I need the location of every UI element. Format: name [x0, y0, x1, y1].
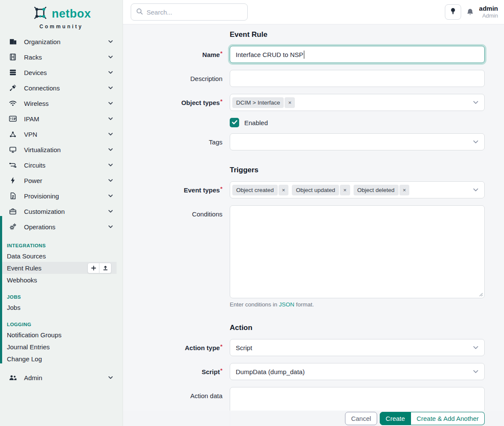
sidebar-item-jobs[interactable]: Jobs [0, 301, 117, 313]
resize-handle-icon[interactable] [479, 293, 483, 297]
required-asterisk: * [220, 50, 222, 57]
rack-icon [9, 54, 17, 60]
chevron-down-icon [108, 116, 113, 121]
description-input[interactable] [230, 70, 485, 87]
search-box[interactable] [131, 3, 248, 21]
create-add-another-button[interactable]: Create & Add Another [411, 412, 485, 425]
text-cursor [304, 51, 305, 59]
remove-tag-icon[interactable]: × [399, 185, 410, 195]
selected-option-tag: DCIM > Interface × [232, 97, 295, 108]
brand-subtitle: Community [0, 24, 123, 30]
form-row-conditions: Conditions [123, 205, 504, 298]
chevron-down-icon [108, 209, 113, 214]
sidebar-item-change-log[interactable]: Change Log [0, 353, 117, 365]
sidebar-item-power[interactable]: Power [0, 173, 123, 188]
chevron-down-icon [108, 101, 113, 106]
bell-icon[interactable] [467, 9, 474, 16]
enabled-label: Enabled [244, 119, 268, 126]
action-type-select[interactable]: Script [230, 339, 485, 356]
chevron-down-icon [108, 70, 113, 75]
sidebar-item-devices[interactable]: Devices [0, 65, 123, 80]
json-link[interactable]: JSON [279, 301, 294, 308]
form-row-tags: Tags [123, 133, 504, 150]
ip-numbers-icon [9, 116, 17, 122]
sidebar-item-vpn[interactable]: VPN [0, 126, 123, 142]
object-types-select[interactable]: DCIM > Interface × [230, 94, 485, 111]
triggers-heading: Triggers [230, 166, 504, 174]
sidebar-item-organization[interactable]: Organization [0, 34, 123, 49]
create-button[interactable]: Create [380, 412, 411, 425]
lightbulb-icon [450, 8, 456, 16]
sidebar-item-journal-entries[interactable]: Journal Entries [0, 341, 117, 353]
page-title: Event Rule [230, 30, 504, 39]
primary-nav: Organization Racks Devices Connections W… [0, 34, 123, 234]
remove-tag-icon[interactable]: × [340, 185, 350, 195]
form-row-name: Name* Interface CRUD to NSP [123, 46, 504, 63]
search-icon [136, 8, 143, 16]
sidebar-item-circuits[interactable]: Circuits [0, 157, 123, 173]
sidebar-item-admin[interactable]: Admin [0, 370, 123, 385]
sidebar: netbox Community Organization Racks Devi… [0, 0, 123, 426]
theme-toggle-button[interactable] [445, 4, 461, 20]
tags-label: Tags [123, 138, 230, 146]
sidebar-item-wireless[interactable]: Wireless [0, 96, 123, 111]
brand-logo[interactable]: netbox Community [0, 0, 123, 30]
sidebar-item-operations[interactable]: Operations [0, 219, 123, 234]
selected-option-tag: Object deleted × [354, 185, 410, 195]
form-row-object-types: Object types* DCIM > Interface × [123, 94, 504, 111]
script-select[interactable]: DumpData (dump_data) [230, 363, 485, 380]
sidebar-item-virtualization[interactable]: Virtualization [0, 142, 123, 157]
form-row-event-types: Event types* Object created × Object upd… [123, 181, 504, 198]
chevron-down-icon [473, 187, 479, 193]
sidebar-item-webhooks[interactable]: Webhooks [0, 274, 117, 286]
user-name: admin [479, 5, 498, 13]
description-label: Description [123, 75, 230, 82]
sidebar-item-data-sources[interactable]: Data Sources [0, 250, 117, 262]
event-types-select[interactable]: Object created × Object updated × Object… [230, 181, 485, 198]
add-icon[interactable] [87, 263, 99, 273]
active-section-indicator [0, 216, 2, 363]
sidebar-item-racks[interactable]: Racks [0, 49, 123, 65]
conditions-hint: Enter conditions in JSON format. [230, 301, 504, 308]
remove-tag-icon[interactable]: × [285, 97, 295, 108]
search-input[interactable] [147, 9, 242, 16]
sidebar-item-ipam[interactable]: IPAM [0, 111, 123, 126]
main-area: admin Admin Event Rule Name* Interface C… [123, 0, 504, 426]
selected-option-tag: Object created × [232, 185, 288, 195]
topbar: admin Admin [123, 0, 504, 24]
chevron-down-icon [473, 345, 479, 351]
sidebar-item-event-rules[interactable]: Event Rules [0, 262, 117, 274]
content: Event Rule Name* Interface CRUD to NSP D… [123, 24, 504, 426]
sidebar-item-customization[interactable]: Customization [0, 204, 123, 219]
remove-tag-icon[interactable]: × [279, 185, 289, 195]
document-icon [9, 192, 17, 199]
import-icon[interactable] [99, 263, 111, 273]
chevron-down-icon [108, 85, 113, 90]
chevron-down-icon [108, 39, 113, 44]
section-header-integrations: INTEGRATIONS [0, 240, 123, 250]
event-types-label: Event types* [123, 186, 230, 194]
monitor-icon [9, 147, 17, 153]
sidebar-item-connections[interactable]: Connections [0, 80, 123, 96]
required-asterisk: * [220, 98, 222, 105]
form-row-action-type: Action type* Script [123, 339, 504, 356]
conditions-textarea[interactable] [230, 205, 485, 298]
server-icon [9, 69, 17, 76]
cancel-button[interactable]: Cancel [345, 412, 377, 425]
sidebar-item-provisioning[interactable]: Provisioning [0, 188, 123, 204]
chevron-down-icon [473, 369, 479, 375]
action-heading: Action [230, 324, 504, 332]
conditions-label: Conditions [123, 205, 230, 218]
tags-select[interactable] [230, 133, 485, 150]
required-asterisk: * [220, 186, 222, 192]
bolt-icon [9, 177, 17, 184]
action-data-label: Action data [123, 387, 230, 399]
name-input[interactable]: Interface CRUD to NSP [230, 46, 485, 63]
chevron-down-icon [108, 375, 113, 380]
user-menu[interactable]: admin Admin [479, 5, 498, 20]
briefcase-icon [9, 208, 17, 215]
user-role: Admin [479, 12, 498, 19]
chevron-down-icon [108, 147, 113, 152]
enabled-checkbox[interactable] [230, 118, 239, 127]
sidebar-item-notification-groups[interactable]: Notification Groups [0, 329, 117, 341]
